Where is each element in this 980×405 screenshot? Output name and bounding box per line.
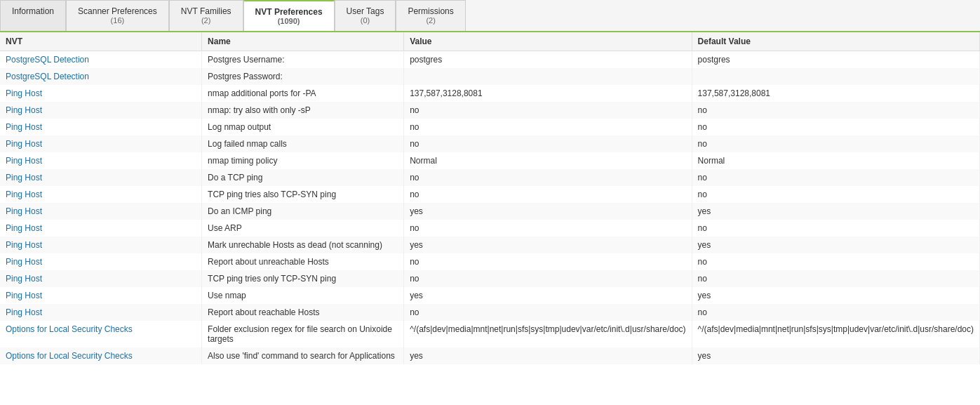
cell-name: Log nmap output bbox=[202, 119, 404, 135]
cell-name: Report about reachable Hosts bbox=[202, 304, 404, 321]
cell-value: no bbox=[404, 186, 692, 203]
nvt-link[interactable]: Ping Host bbox=[6, 139, 42, 149]
cell-name: Do an ICMP ping bbox=[202, 203, 404, 220]
table-row: Ping Hostnmap: try also with only -sPnon… bbox=[0, 102, 980, 119]
cell-value: yes bbox=[404, 347, 692, 364]
cell-value: no bbox=[404, 135, 692, 152]
preferences-table: NVT Name Value Default Value PostgreSQL … bbox=[0, 32, 980, 364]
tab-nvt-families[interactable]: NVT Families(2) bbox=[169, 0, 243, 31]
tab-count-user-tags: (0) bbox=[347, 16, 384, 25]
table-row: Ping HostLog failed nmap callsnono bbox=[0, 135, 980, 152]
cell-nvt: Ping Host bbox=[0, 270, 202, 287]
col-header-name: Name bbox=[202, 32, 404, 51]
cell-default: no bbox=[692, 119, 979, 135]
cell-name: Log failed nmap calls bbox=[202, 135, 404, 152]
nvt-link[interactable]: Ping Host bbox=[6, 240, 42, 250]
cell-default: no bbox=[692, 169, 979, 186]
cell-default: yes bbox=[692, 287, 979, 304]
tab-bar: InformationScanner Preferences(16)NVT Fa… bbox=[0, 0, 980, 32]
table-row: Ping Hostnmap additional ports for -PA13… bbox=[0, 85, 980, 102]
table-row: Ping HostTCP ping tries only TCP-SYN pin… bbox=[0, 270, 980, 287]
table-row: Ping HostMark unrechable Hosts as dead (… bbox=[0, 237, 980, 253]
cell-name: Do a TCP ping bbox=[202, 169, 404, 186]
table-row: Ping HostDo a TCP pingnono bbox=[0, 169, 980, 186]
cell-default: yes bbox=[692, 347, 979, 364]
cell-nvt: Ping Host bbox=[0, 237, 202, 253]
nvt-link[interactable]: Options for Local Security Checks bbox=[6, 324, 133, 334]
tab-user-tags[interactable]: User Tags(0) bbox=[335, 0, 396, 31]
table-header-row: NVT Name Value Default Value bbox=[0, 32, 980, 51]
cell-value: yes bbox=[404, 237, 692, 253]
cell-default: no bbox=[692, 220, 979, 237]
cell-nvt: Ping Host bbox=[0, 253, 202, 270]
nvt-link[interactable]: Options for Local Security Checks bbox=[6, 351, 133, 361]
table-row: PostgreSQL DetectionPostgres Password: bbox=[0, 68, 980, 85]
preferences-table-container: NVT Name Value Default Value PostgreSQL … bbox=[0, 32, 980, 364]
cell-name: Mark unrechable Hosts as dead (not scann… bbox=[202, 237, 404, 253]
cell-value: no bbox=[404, 119, 692, 135]
nvt-link[interactable]: Ping Host bbox=[6, 122, 42, 132]
nvt-link[interactable]: Ping Host bbox=[6, 173, 42, 182]
nvt-link[interactable]: PostgreSQL Detection bbox=[6, 72, 89, 81]
cell-name: Use nmap bbox=[202, 287, 404, 304]
cell-name: nmap timing policy bbox=[202, 152, 404, 169]
cell-value: 137,587,3128,8081 bbox=[404, 85, 692, 102]
tab-scanner-preferences[interactable]: Scanner Preferences(16) bbox=[66, 0, 169, 31]
table-row: Ping HostReport about unreachable Hostsn… bbox=[0, 253, 980, 270]
cell-nvt: Ping Host bbox=[0, 220, 202, 237]
cell-value: no bbox=[404, 270, 692, 287]
cell-default: ^/(afs|dev|media|mnt|net|run|sfs|sys|tmp… bbox=[692, 321, 979, 347]
nvt-link[interactable]: Ping Host bbox=[6, 223, 42, 233]
table-row: Ping Hostnmap timing policyNormalNormal bbox=[0, 152, 980, 169]
cell-name: Report about unreachable Hosts bbox=[202, 253, 404, 270]
cell-default: no bbox=[692, 253, 979, 270]
table-body: PostgreSQL DetectionPostgres Username:po… bbox=[0, 51, 980, 365]
cell-value: no bbox=[404, 304, 692, 321]
nvt-link[interactable]: Ping Host bbox=[6, 257, 42, 267]
nvt-link[interactable]: Ping Host bbox=[6, 274, 42, 284]
col-header-value: Value bbox=[404, 32, 692, 51]
cell-default: postgres bbox=[692, 51, 979, 69]
cell-default: 137,587,3128,8081 bbox=[692, 85, 979, 102]
nvt-link[interactable]: Ping Host bbox=[6, 88, 42, 98]
tab-count-scanner-preferences: (16) bbox=[78, 16, 157, 25]
cell-value: no bbox=[404, 220, 692, 237]
cell-nvt: Ping Host bbox=[0, 186, 202, 203]
nvt-link[interactable]: Ping Host bbox=[6, 105, 42, 115]
nvt-link[interactable]: Ping Host bbox=[6, 190, 42, 199]
tab-information[interactable]: Information bbox=[0, 0, 66, 31]
cell-default bbox=[692, 68, 979, 85]
nvt-link[interactable]: Ping Host bbox=[6, 291, 42, 300]
nvt-link[interactable]: Ping Host bbox=[6, 206, 42, 216]
cell-value: no bbox=[404, 102, 692, 119]
cell-nvt: Options for Local Security Checks bbox=[0, 347, 202, 364]
cell-default: no bbox=[692, 304, 979, 321]
cell-default: yes bbox=[692, 237, 979, 253]
tab-nvt-preferences[interactable]: NVT Preferences(1090) bbox=[243, 0, 335, 31]
nvt-link[interactable]: PostgreSQL Detection bbox=[6, 55, 89, 65]
cell-value: no bbox=[404, 169, 692, 186]
cell-default: no bbox=[692, 102, 979, 119]
tab-count-nvt-preferences: (1090) bbox=[255, 17, 323, 25]
cell-name: Also use 'find' command to search for Ap… bbox=[202, 347, 404, 364]
cell-name: TCP ping tries only TCP-SYN ping bbox=[202, 270, 404, 287]
cell-nvt: Ping Host bbox=[0, 119, 202, 135]
cell-nvt: Ping Host bbox=[0, 85, 202, 102]
tab-permissions[interactable]: Permissions(2) bbox=[396, 0, 465, 31]
cell-name: nmap: try also with only -sP bbox=[202, 102, 404, 119]
cell-name: TCP ping tries also TCP-SYN ping bbox=[202, 186, 404, 203]
nvt-link[interactable]: Ping Host bbox=[6, 307, 42, 317]
nvt-link[interactable]: Ping Host bbox=[6, 156, 42, 166]
tab-count-permissions: (2) bbox=[408, 16, 453, 25]
cell-name: Use ARP bbox=[202, 220, 404, 237]
cell-value: yes bbox=[404, 203, 692, 220]
table-row: Ping HostDo an ICMP pingyesyes bbox=[0, 203, 980, 220]
table-row: Options for Local Security ChecksFolder … bbox=[0, 321, 980, 347]
cell-name: Postgres Password: bbox=[202, 68, 404, 85]
cell-value: yes bbox=[404, 287, 692, 304]
cell-name: Postgres Username: bbox=[202, 51, 404, 69]
cell-default: no bbox=[692, 135, 979, 152]
table-row: Ping HostReport about reachable Hostsnon… bbox=[0, 304, 980, 321]
cell-value: no bbox=[404, 253, 692, 270]
cell-default: no bbox=[692, 186, 979, 203]
